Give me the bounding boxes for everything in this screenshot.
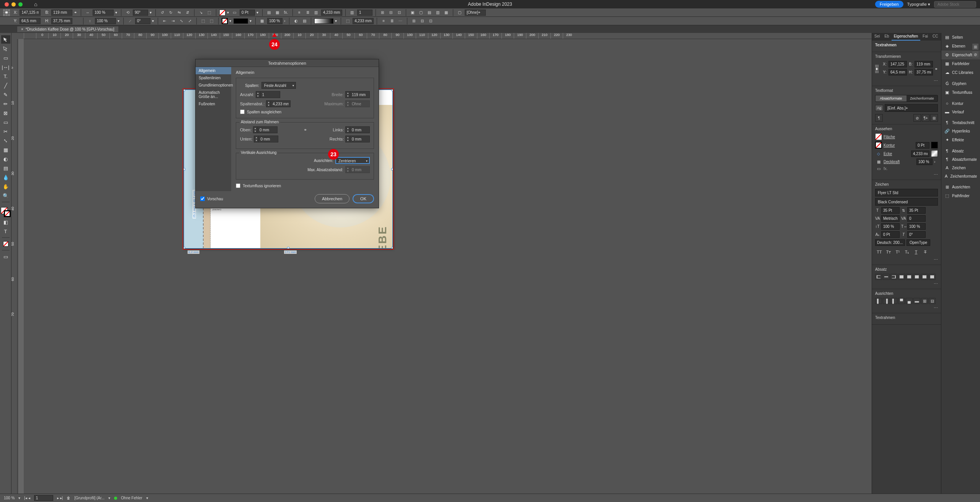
grid-icon[interactable]: ▦: [274, 10, 281, 16]
stroke-style-swatch[interactable]: [234, 18, 248, 24]
stroke-weight-mini[interactable]: [916, 142, 929, 149]
more-options-icon[interactable]: ⋯: [934, 257, 938, 262]
corner-link[interactable]: Ecke: [884, 152, 892, 156]
preflight-profile[interactable]: [Grundprofil] (Ar...: [74, 496, 105, 500]
rotation-input[interactable]: [133, 10, 148, 16]
flip-h-icon[interactable]: ⇋: [176, 10, 183, 16]
line-tool[interactable]: ╱: [1, 81, 10, 90]
misc-icon[interactable]: ⬚: [208, 18, 215, 24]
distribute-icon[interactable]: ⊡: [427, 18, 434, 24]
fill-swatch-mini[interactable]: [875, 133, 882, 140]
collapsed-panel-absatz[interactable]: ¶Absatz: [941, 147, 980, 155]
reference-point-selector[interactable]: [3, 9, 10, 16]
opentype-button[interactable]: OpenType: [906, 239, 930, 246]
collapsed-panel-farbfelder[interactable]: ▦Farbfelder: [941, 59, 980, 68]
font-family-dropdown[interactable]: [875, 189, 938, 196]
preview-checkbox[interactable]: [200, 196, 205, 201]
wrap-icon[interactable]: ▥: [434, 10, 441, 16]
align-icons[interactable]: ⊡: [396, 10, 403, 16]
gradient-swatch-tool[interactable]: ▦: [1, 146, 10, 154]
arrow-icon[interactable]: ↘: [198, 10, 204, 16]
superscript-button[interactable]: T¹: [893, 248, 902, 256]
adobe-stock-search[interactable]: [934, 1, 976, 8]
rectangle-frame-tool[interactable]: ⊠: [1, 109, 10, 117]
paragraph-style-dropdown[interactable]: [885, 104, 938, 112]
gradient-swatch[interactable]: [314, 18, 333, 24]
fill-stroke-swatches[interactable]: [1, 207, 11, 217]
column-gap-input[interactable]: [321, 10, 342, 16]
list-icon[interactable]: ≡: [380, 18, 387, 24]
flip-v-icon[interactable]: ⇵: [184, 10, 191, 16]
dialog-sidebar-item[interactable]: Grundlinienoptionen: [196, 82, 231, 89]
align-objects-buttons[interactable]: ▌▐▌▀▄▬⊞⊟: [875, 298, 938, 304]
height-input[interactable]: [51, 18, 72, 24]
link-whp-icon[interactable]: ⚭: [934, 67, 938, 72]
stroke-style-mini[interactable]: [931, 142, 938, 149]
more-options-icon[interactable]: ⋯: [934, 306, 938, 310]
direct-selection-tool[interactable]: [1, 44, 10, 53]
close-tab-icon[interactable]: ×: [21, 27, 23, 31]
distribute-icon[interactable]: ⊞: [410, 18, 417, 24]
ref-point-mini[interactable]: [875, 65, 879, 73]
clear-override-icon[interactable]: ⊘: [913, 114, 921, 122]
fx-icon[interactable]: fx.: [283, 10, 289, 16]
kerning-input[interactable]: [881, 215, 900, 222]
page-number-input[interactable]: [34, 495, 53, 501]
collapsed-panel-hyperlinks[interactable]: 🔗Hyperlinks: [941, 127, 980, 136]
home-icon[interactable]: ⌂: [34, 1, 37, 7]
baseline-input[interactable]: [881, 231, 900, 238]
gap-tool[interactable]: |↔|: [1, 63, 10, 71]
more-options-icon[interactable]: ⋯: [934, 281, 938, 286]
distribute-icon[interactable]: ⊟: [419, 18, 426, 24]
inset-left-stepper[interactable]: ▴▾: [345, 126, 370, 133]
zoom-tool[interactable]: 🔍: [1, 191, 10, 200]
font-style-dropdown[interactable]: [875, 198, 938, 206]
extra-icon[interactable]: ⊘: [972, 51, 978, 57]
more-options-icon[interactable]: ⋯: [934, 78, 938, 83]
collapsed-panel-glyphen[interactable]: ǴGlyphen: [941, 79, 980, 88]
collapsed-panel-absatzformate[interactable]: ¶Absatzformate: [941, 155, 980, 164]
horizontal-ruler[interactable]: 0102030405060708090100110120130140150160…: [24, 33, 872, 39]
canvas-area[interactable]: 0102030405060708090100110120130140150160…: [11, 33, 872, 494]
dialog-sidebar-item[interactable]: Spaltenlinien: [196, 74, 231, 82]
leading-input[interactable]: [907, 207, 926, 214]
eyedropper-tool[interactable]: 💧: [1, 173, 10, 182]
list-icon[interactable]: ≣: [389, 18, 395, 24]
column-count-input[interactable]: [357, 10, 372, 16]
collapsed-panel-seiten[interactable]: ▤Seiten: [941, 33, 980, 42]
paragraph-styles-tab[interactable]: Absatzformate: [875, 95, 906, 101]
align-icons[interactable]: ⊟: [387, 10, 394, 16]
panel-tab[interactable]: Sei: [872, 33, 882, 41]
collapsed-panel-ausrichten[interactable]: ⊞Ausrichten: [941, 183, 980, 191]
type-tool[interactable]: T.: [1, 72, 10, 80]
all-caps-button[interactable]: TT: [875, 248, 884, 256]
fill-color-swatch[interactable]: [219, 10, 225, 16]
scissors-tool[interactable]: ✂: [1, 127, 10, 136]
page-tool[interactable]: ▭: [1, 54, 10, 62]
skew-char-input[interactable]: [907, 231, 926, 238]
more-icon[interactable]: ⊞: [930, 114, 938, 122]
horiz-scale-input[interactable]: [907, 223, 926, 230]
pen-tool[interactable]: ✎: [1, 90, 10, 99]
gutter-stepper[interactable]: ▴▾: [266, 100, 291, 107]
flip-icons[interactable]: ⤡: [178, 18, 185, 24]
scale-x-input[interactable]: [93, 10, 114, 16]
wrap-icon[interactable]: ▣: [409, 10, 416, 16]
prop-y-input[interactable]: [889, 69, 907, 75]
free-transform-tool[interactable]: ⤡: [1, 136, 10, 145]
minimize-window-button[interactable]: [11, 2, 16, 7]
share-button[interactable]: Freigeben: [875, 1, 903, 8]
misc-icon[interactable]: ▤: [301, 18, 308, 24]
corner-icon[interactable]: ⬚: [206, 10, 213, 16]
extra-icon[interactable]: ⊞: [972, 44, 978, 50]
new-para-style-icon[interactable]: ¶+: [922, 114, 929, 122]
width-input[interactable]: [51, 10, 72, 16]
balance-columns-checkbox[interactable]: [240, 110, 245, 114]
prop-w-input[interactable]: [915, 61, 933, 67]
para-align-icon[interactable]: ≡: [296, 10, 303, 16]
flip-icons[interactable]: ⇤: [161, 18, 168, 24]
para-center-icon[interactable]: ≣: [304, 10, 311, 16]
stroke-color-swatch[interactable]: [222, 18, 228, 24]
dialog-sidebar-item[interactable]: Fußnoten: [196, 100, 231, 108]
collapsed-panel-textumfluss[interactable]: ▣Textumfluss: [941, 88, 980, 97]
